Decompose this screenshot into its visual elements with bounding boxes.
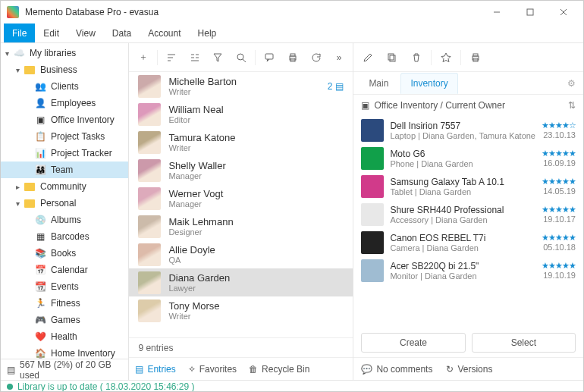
person-name: Werner Vogt — [168, 188, 223, 199]
sidebar-item-project-tasks[interactable]: 📋Project Tasks — [1, 128, 128, 145]
person-row[interactable]: Allie DoyleQA — [129, 240, 353, 268]
person-role: Editor — [168, 115, 223, 124]
delete-button[interactable] — [405, 47, 428, 68]
item-thumbnail — [361, 203, 384, 226]
sort-icon[interactable]: ⇅ — [568, 100, 576, 111]
select-button[interactable]: Select — [472, 333, 576, 353]
comment-button[interactable] — [259, 47, 281, 68]
person-role: QA — [168, 256, 215, 265]
tab-main[interactable]: Main — [360, 74, 397, 93]
item-subtitle: Phone | Diana Garden — [390, 159, 535, 168]
person-row[interactable]: Shelly WallerManager — [129, 156, 353, 184]
item-thumbnail — [361, 147, 384, 170]
storage-bar: ▤ 567 MB (2%) of 20 GB used — [1, 359, 128, 380]
sidebar-item-games[interactable]: 🎮Games — [1, 312, 128, 328]
right-pane: Main Inventory ⚙ ▣ Office Inventory / Cu… — [353, 43, 583, 380]
sidebar-item-home-inventory[interactable]: 🏠Home Inventory — [1, 345, 128, 359]
tree-personal[interactable]: ▾Personal — [1, 195, 128, 212]
menu-view[interactable]: View — [68, 24, 104, 42]
sidebar-item-barcodes[interactable]: ▦Barcodes — [1, 228, 128, 245]
tab-entries[interactable]: ▤Entries — [135, 364, 175, 375]
item-rating: ★★★★★ — [542, 177, 576, 187]
item-date: 16.09.19 — [542, 158, 576, 168]
tree-community[interactable]: ▸Community — [1, 178, 128, 195]
sidebar-item-health[interactable]: ❤️Health — [1, 328, 128, 345]
sidebar-item-team[interactable]: 👨‍👩‍👧Team — [1, 162, 128, 178]
sidebar-item-employees[interactable]: 👤Employees — [1, 95, 128, 111]
edit-button[interactable] — [356, 47, 379, 68]
print-button[interactable] — [282, 47, 304, 68]
tree-business[interactable]: ▾Business — [1, 61, 128, 78]
sidebar-item-fitness[interactable]: 🏃Fitness — [1, 295, 128, 312]
sidebar-item-events[interactable]: 📆Events — [1, 278, 128, 295]
library-icon: 📊 — [34, 147, 46, 159]
person-row[interactable]: Maik LehmannDesigner — [129, 212, 353, 240]
inventory-row[interactable]: Acer SB220Q bi 21.5"Monitor | Diana Gard… — [360, 256, 577, 284]
inventory-row[interactable]: Moto G6Phone | Diana Garden★★★★★16.09.19 — [360, 144, 577, 172]
library-icon: 💿 — [34, 214, 46, 226]
maximize-button[interactable] — [513, 2, 547, 23]
right-tabs: Main Inventory ⚙ — [353, 72, 583, 95]
item-subtitle: Tablet | Diana Garden — [390, 187, 535, 196]
statusbar: Library is up to date ( 18.03.2020 15:46… — [1, 380, 583, 392]
menu-data[interactable]: Data — [104, 24, 140, 42]
tab-recycle[interactable]: 🗑Recycle Bin — [249, 364, 309, 375]
cloud-icon: ☁️ — [13, 47, 25, 59]
menu-file[interactable]: File — [4, 24, 35, 42]
menu-account[interactable]: Account — [140, 24, 189, 42]
tab-inventory[interactable]: Inventory — [400, 73, 457, 94]
sidebar-item-books[interactable]: 📚Books — [1, 245, 128, 262]
gear-icon[interactable]: ⚙ — [567, 78, 576, 89]
library-icon: ▣ — [361, 100, 369, 111]
search-button[interactable] — [231, 47, 253, 68]
inventory-row[interactable]: Dell Insirion 7557Laptop | Diana Garden,… — [360, 116, 577, 144]
sort-button[interactable] — [161, 47, 183, 68]
copy-button[interactable] — [381, 47, 403, 68]
sidebar-item-albums[interactable]: 💿Albums — [1, 212, 128, 228]
minimize-button[interactable] — [480, 2, 513, 23]
inventory-row[interactable]: Shure SRH440 ProfessionalAccessory | Dia… — [360, 200, 577, 228]
menu-help[interactable]: Help — [190, 24, 225, 42]
inventory-row[interactable]: Samsung Galaxy Tab A 10.1Tablet | Diana … — [360, 172, 577, 200]
person-role: Manager — [168, 171, 225, 180]
person-row[interactable]: Werner VogtManager — [129, 184, 353, 212]
storage-text: 567 MB (2%) of 20 GB used — [20, 359, 122, 381]
sidebar-item-office-inventory[interactable]: ▣Office Inventory — [1, 111, 128, 128]
filter-button[interactable] — [207, 47, 229, 68]
avatar — [138, 215, 161, 238]
avatar — [138, 131, 161, 154]
tree-root[interactable]: ▾☁️My libraries — [1, 45, 128, 61]
comment-icon: ▤ — [335, 81, 344, 92]
close-button[interactable] — [547, 2, 580, 23]
app-icon — [7, 6, 19, 18]
comments-button[interactable]: 💬No comments — [361, 364, 432, 375]
sidebar-item-project-tracker[interactable]: 📊Project Tracker — [1, 145, 128, 162]
inventory-list: Dell Insirion 7557Laptop | Diana Garden,… — [353, 116, 583, 328]
person-row[interactable]: Tamura KatoneWriter — [129, 128, 353, 156]
item-thumbnail — [361, 231, 384, 254]
print-button-right[interactable] — [464, 47, 487, 68]
menu-edit[interactable]: Edit — [35, 24, 68, 42]
sidebar-item-clients[interactable]: 👥Clients — [1, 78, 128, 95]
group-button[interactable] — [184, 47, 206, 68]
person-row[interactable]: Tony MorseWriter — [129, 296, 353, 325]
person-role: Lawyer — [168, 284, 230, 293]
status-text: Library is up to date ( 18.03.2020 15:46… — [17, 381, 195, 392]
item-title: Moto G6 — [390, 149, 535, 159]
person-row[interactable]: Michelle BartonWriter2▤ — [129, 72, 353, 100]
person-role: Manager — [168, 199, 223, 209]
item-thumbnail — [361, 175, 384, 198]
tab-favorites[interactable]: ✧Favorites — [188, 364, 237, 375]
refresh-button[interactable] — [305, 47, 327, 68]
item-title: Samsung Galaxy Tab A 10.1 — [390, 177, 535, 187]
comment-badge: 2▤ — [328, 81, 344, 92]
person-row[interactable]: Diana GardenLawyer — [129, 268, 353, 296]
person-row[interactable]: William NealEditor — [129, 100, 353, 128]
sidebar-item-calendar[interactable]: 📅Calendar — [1, 262, 128, 278]
more-button[interactable]: » — [328, 47, 350, 68]
inventory-row[interactable]: Canon EOS REBEL T7iCamera | Diana Garden… — [360, 228, 577, 256]
favorite-button[interactable] — [435, 47, 457, 68]
create-button[interactable]: Create — [361, 333, 465, 353]
versions-button[interactable]: ↻Versions — [446, 364, 492, 375]
add-button[interactable]: ＋ — [132, 47, 154, 68]
